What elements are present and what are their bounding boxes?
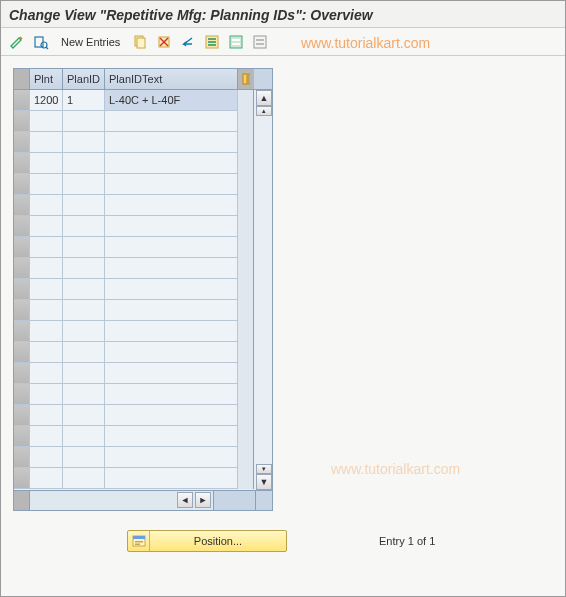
row-selector[interactable] — [14, 90, 30, 111]
row-selector[interactable] — [14, 405, 30, 426]
toggle-display-change-icon[interactable] — [7, 32, 27, 52]
cell-planid[interactable]: 1 — [63, 90, 105, 111]
svg-rect-14 — [232, 43, 240, 45]
table-row[interactable]: 1200 1 L-40C + L-40F — [14, 90, 272, 111]
row-selector[interactable] — [14, 216, 30, 237]
app-window: Change View "Repetitive Mfg: Planning ID… — [0, 0, 566, 597]
copy-as-icon[interactable] — [130, 32, 150, 52]
cell-plnt[interactable]: 1200 — [30, 90, 63, 111]
deselect-all-icon[interactable] — [250, 32, 270, 52]
position-label: Position... — [150, 535, 286, 547]
svg-rect-9 — [208, 38, 216, 40]
footer-end — [256, 491, 272, 510]
svg-rect-22 — [135, 541, 143, 543]
row-selector[interactable] — [14, 321, 30, 342]
svg-rect-15 — [254, 36, 266, 48]
scroll-up-button[interactable]: ▲ — [256, 90, 272, 106]
row-selector[interactable] — [14, 363, 30, 384]
choose-icon[interactable] — [31, 32, 51, 52]
row-selector[interactable] — [14, 279, 30, 300]
select-all-header[interactable] — [14, 69, 30, 89]
watermark-text-2: www.tutorialkart.com — [331, 461, 460, 477]
position-icon — [128, 531, 150, 551]
svg-rect-18 — [243, 74, 247, 84]
svg-rect-4 — [137, 38, 145, 48]
footer-bar: Position... Entry 1 of 1 — [1, 530, 565, 552]
select-block-icon[interactable] — [226, 32, 246, 52]
delete-icon[interactable] — [154, 32, 174, 52]
footer-spacer — [214, 491, 256, 510]
svg-rect-23 — [135, 544, 140, 546]
position-button[interactable]: Position... — [127, 530, 287, 552]
svg-rect-19 — [249, 74, 250, 84]
row-selector[interactable] — [14, 468, 30, 489]
row-selector[interactable] — [14, 153, 30, 174]
vscroll-track — [238, 90, 254, 111]
row-selector[interactable] — [14, 426, 30, 447]
grid-footer: ◄ ► — [14, 490, 272, 510]
row-selector[interactable] — [14, 111, 30, 132]
col-plnt[interactable]: Plnt — [30, 69, 63, 89]
row-selector[interactable] — [14, 174, 30, 195]
toolbar: New Entries — [1, 28, 565, 56]
row-selector[interactable] — [14, 300, 30, 321]
svg-rect-10 — [208, 41, 216, 43]
svg-rect-21 — [133, 536, 145, 539]
svg-rect-17 — [256, 43, 264, 45]
svg-rect-12 — [230, 36, 242, 48]
entry-counter: Entry 1 of 1 — [379, 535, 435, 547]
row-selector[interactable] — [14, 447, 30, 468]
new-entries-button[interactable]: New Entries — [55, 34, 126, 50]
row-selector[interactable] — [14, 132, 30, 153]
select-all-icon[interactable] — [202, 32, 222, 52]
undo-change-icon[interactable] — [178, 32, 198, 52]
svg-rect-16 — [256, 39, 264, 41]
scroll-up-indicator[interactable]: ▴ — [256, 106, 272, 116]
col-planidtext[interactable]: PlanIDText — [105, 69, 238, 89]
scroll-right-button[interactable]: ► — [195, 492, 211, 508]
svg-rect-0 — [35, 37, 43, 47]
page-title: Change View "Repetitive Mfg: Planning ID… — [1, 1, 565, 28]
grid-header: Plnt PlanID PlanIDText — [14, 69, 272, 90]
scroll-down-indicator[interactable]: ▾ — [256, 464, 272, 474]
row-selector[interactable] — [14, 258, 30, 279]
scroll-down-button[interactable]: ▼ — [256, 474, 272, 490]
cell-planidtext[interactable]: L-40C + L-40F — [105, 90, 238, 111]
data-grid: Plnt PlanID PlanIDText 1200 1 L-40C + L-… — [13, 68, 273, 511]
grid-body: 1200 1 L-40C + L-40F — [14, 90, 272, 490]
svg-rect-13 — [232, 39, 240, 41]
svg-line-2 — [46, 47, 48, 49]
hscroll-track[interactable]: ◄ ► — [30, 491, 214, 510]
col-planid[interactable]: PlanID — [63, 69, 105, 89]
row-selector[interactable] — [14, 384, 30, 405]
scroll-left-button[interactable]: ◄ — [177, 492, 193, 508]
row-selector[interactable] — [14, 195, 30, 216]
svg-rect-11 — [208, 44, 216, 46]
column-config-icon[interactable] — [238, 69, 254, 89]
footer-corner — [14, 491, 30, 510]
row-selector[interactable] — [14, 237, 30, 258]
row-selector[interactable] — [14, 342, 30, 363]
